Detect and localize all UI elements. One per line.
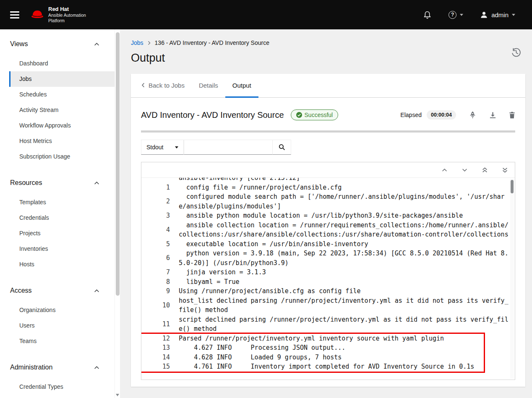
output-panel: ansible-inventory [core 2.15.12] 1 confi… <box>141 162 515 380</box>
sidebar-item-inventories[interactable]: Inventories <box>9 241 115 257</box>
check-circle-icon <box>296 112 302 118</box>
user-menu-button[interactable]: admin <box>480 11 515 19</box>
log-line: 4 ansible collection location = /runner/… <box>141 221 510 239</box>
elapsed: Elapsed 00:00:04 <box>400 110 456 120</box>
sidebar-item-projects[interactable]: Projects <box>9 226 115 241</box>
log-line-number[interactable]: 6 <box>141 249 170 268</box>
sidebar-item-hosts[interactable]: Hosts <box>9 257 115 272</box>
rocket-icon <box>469 111 477 119</box>
scroll-last-button[interactable] <box>495 162 515 177</box>
log-line-text: libyaml = True <box>170 277 510 287</box>
log-line: 9 Using /runner/project/ansible.cfg as c… <box>141 286 510 296</box>
delete-job-button[interactable] <box>509 112 515 119</box>
log-line-number[interactable]: 7 <box>141 268 170 277</box>
annotation-highlight-box: 12 Parsed /runner/project/inventory.yml … <box>141 334 484 372</box>
scroll-down-arrow-icon[interactable] <box>116 394 119 396</box>
stdout-log: ansible-inventory [core 2.15.12] 1 confi… <box>141 178 515 380</box>
log-line-number[interactable]: 12 <box>141 334 170 343</box>
log-line-number[interactable] <box>141 178 170 183</box>
job-title: AVD Inventory - AVD Inventory Source <box>141 110 284 120</box>
sidebar: Views Dashboard Jobs Schedules Activity … <box>0 29 120 398</box>
log-line-text: 4.627 INFO Processing JSON output... <box>170 343 484 353</box>
scroll-previous-button[interactable] <box>434 162 454 177</box>
menu-icon[interactable] <box>10 11 19 18</box>
brand-logo[interactable]: Red Hat Ansible Automation Platform <box>30 6 86 23</box>
log-scrollbar[interactable] <box>510 179 514 379</box>
nav-section-toggle-resources[interactable]: Resources <box>0 174 115 192</box>
sidebar-item-dashboard[interactable]: Dashboard <box>9 56 115 71</box>
nav-section-title: Administration <box>10 364 52 371</box>
breadcrumb-current: 136 - AVD Inventory - AVD Inventory Sour… <box>155 39 269 47</box>
log-line-number[interactable]: 5 <box>141 239 170 249</box>
log-line-text: script declined parsing /runner/project/… <box>170 315 510 334</box>
sidebar-item-credential-types[interactable]: Credential Types <box>9 379 115 395</box>
log-line-text: jinja version = 3.1.3 <box>170 268 510 277</box>
chevron-up-icon <box>94 287 99 294</box>
log-line-number[interactable]: 1 <box>141 183 170 192</box>
log-line-number[interactable]: 3 <box>141 211 170 221</box>
user-icon <box>480 11 488 19</box>
sidebar-item-credentials[interactable]: Credentials <box>9 210 115 226</box>
log-line: 11 script declined parsing /runner/proje… <box>141 315 510 334</box>
tab-back-to-jobs[interactable]: Back to Jobs <box>134 74 192 98</box>
log-line-text: configured module search path = ['/home/… <box>170 192 510 211</box>
log-line: 10 host_list declined parsing /runner/pr… <box>141 296 510 315</box>
sidebar-item-users[interactable]: Users <box>9 318 115 333</box>
log-line-text: Using /runner/project/ansible.cfg as con… <box>170 286 510 296</box>
log-line-number[interactable]: 9 <box>141 286 170 296</box>
tab-output[interactable]: Output <box>225 74 258 98</box>
sidebar-item-schedules[interactable]: Schedules <box>9 87 115 102</box>
nav-section-toggle-views[interactable]: Views <box>0 35 115 53</box>
log-line-number[interactable]: 10 <box>141 296 170 315</box>
job-progress-bar <box>141 130 515 133</box>
breadcrumb-jobs-link[interactable]: Jobs <box>131 39 143 47</box>
log-line-number[interactable]: 11 <box>141 315 170 334</box>
search-button[interactable] <box>273 140 291 155</box>
log-line: 14 4.628 INFO Loaded 9 groups, 7 hosts <box>141 353 484 362</box>
sidebar-item-templates[interactable]: Templates <box>9 195 115 210</box>
log-line-number[interactable]: 15 <box>141 362 170 372</box>
nav-section-toggle-access[interactable]: Access <box>0 281 115 300</box>
sidebar-item-jobs[interactable]: Jobs <box>9 71 115 87</box>
nav-section-resources: Resources Templates Credentials Projects… <box>0 174 115 272</box>
nav-section-toggle-administration[interactable]: Administration <box>0 358 115 377</box>
sidebar-scrollbar-thumb[interactable] <box>116 32 120 296</box>
log-line-number[interactable]: 4 <box>141 221 170 239</box>
log-line-number[interactable]: 2 <box>141 192 170 211</box>
breadcrumb-separator-icon <box>148 41 151 45</box>
scroll-next-button[interactable] <box>454 162 475 177</box>
tab-label: Back to Jobs <box>149 82 185 89</box>
sidebar-item-workflow-approvals[interactable]: Workflow Approvals <box>9 118 115 133</box>
sidebar-item-organizations[interactable]: Organizations <box>9 302 115 318</box>
log-line: 5 executable location = /usr/bin/ansible… <box>141 239 510 249</box>
relaunch-button[interactable] <box>469 111 477 119</box>
log-line: 2 configured module search path = ['/hom… <box>141 192 510 211</box>
log-line-text: ansible-inventory [core 2.15.12] <box>170 178 510 183</box>
tab-label: Output <box>232 82 251 89</box>
log-line-number[interactable]: 8 <box>141 277 170 287</box>
search-input[interactable] <box>184 140 273 155</box>
sidebar-scrollbar[interactable] <box>115 29 120 398</box>
sidebar-item-host-metrics[interactable]: Host Metrics <box>9 133 115 149</box>
log-line: ansible-inventory [core 2.15.12] <box>141 178 510 183</box>
sidebar-item-subscription-usage[interactable]: Subscription Usage <box>9 149 115 164</box>
log-line-number[interactable]: 13 <box>141 343 170 353</box>
angle-left-icon <box>141 83 145 88</box>
log-line-number[interactable]: 14 <box>141 353 170 362</box>
help-menu-button[interactable]: ? <box>449 11 463 19</box>
log-scrollbar-thumb[interactable] <box>511 180 514 193</box>
download-output-button[interactable] <box>489 112 496 119</box>
scroll-first-button[interactable] <box>475 162 495 177</box>
tab-details[interactable]: Details <box>192 74 225 98</box>
status-badge: Successful <box>291 109 339 120</box>
chevron-up-icon <box>442 168 447 172</box>
sidebar-item-teams[interactable]: Teams <box>9 333 115 349</box>
caret-down-icon <box>175 146 178 148</box>
search-icon <box>279 144 285 151</box>
stdout-filter-select[interactable]: Stdout <box>141 140 184 155</box>
notifications-button[interactable] <box>423 10 432 19</box>
bell-icon <box>423 10 432 19</box>
sidebar-item-activity-stream[interactable]: Activity Stream <box>9 102 115 118</box>
history-button[interactable] <box>511 48 521 57</box>
double-chevron-down-icon <box>502 167 508 173</box>
